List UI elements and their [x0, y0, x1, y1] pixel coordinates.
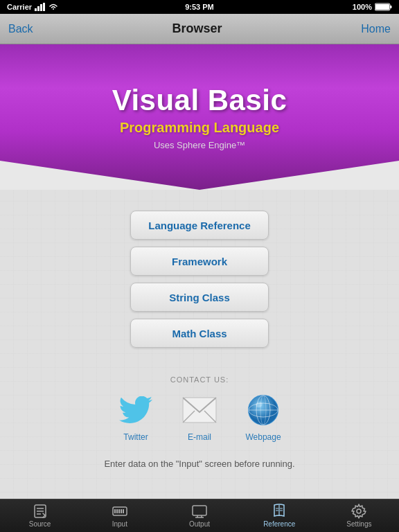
signal-icon	[35, 3, 46, 11]
tab-settings[interactable]: Settings	[319, 501, 399, 531]
hero-subtitle: Programming Language	[120, 120, 279, 136]
hero-section: Visual Basic Programming Language Uses S…	[0, 44, 399, 190]
wifi-icon	[48, 3, 58, 10]
tab-output[interactable]: Output	[159, 501, 239, 531]
output-tab-label: Output	[189, 520, 210, 528]
home-button[interactable]: Home	[361, 23, 391, 35]
menu-buttons: Language Reference Framework String Clas…	[130, 211, 269, 355]
twitter-icon	[119, 396, 152, 424]
svg-rect-0	[35, 8, 37, 11]
input-tab-icon	[112, 504, 127, 519]
svg-rect-5	[390, 6, 392, 8]
string-class-button[interactable]: String Class	[130, 283, 269, 312]
svg-rect-23	[116, 509, 118, 513]
language-reference-button[interactable]: Language Reference	[130, 211, 269, 240]
svg-rect-26	[123, 509, 124, 513]
globe-icon	[247, 394, 279, 426]
info-text: Enter data on the "Input" screen before …	[90, 459, 308, 469]
webpage-contact[interactable]: Webpage	[245, 392, 281, 442]
output-tab-icon	[192, 504, 207, 519]
input-tab-label: Input	[112, 520, 127, 528]
svg-rect-27	[193, 506, 206, 515]
contact-section: CONTACT US: Twitter	[118, 375, 281, 442]
svg-rect-24	[118, 509, 120, 513]
settings-tab-icon	[351, 504, 366, 519]
nav-title: Browser	[172, 21, 222, 36]
carrier-label: Carrier	[7, 3, 32, 11]
math-class-button[interactable]: Math Class	[130, 319, 269, 348]
webpage-label: Webpage	[245, 432, 281, 442]
email-icon-wrap	[181, 392, 218, 428]
status-bar: Carrier 9:53 PM 100%	[0, 0, 399, 14]
status-right: 100%	[353, 3, 392, 11]
svg-rect-3	[43, 3, 45, 11]
svg-rect-1	[37, 6, 39, 11]
twitter-contact[interactable]: Twitter	[118, 392, 154, 442]
source-tab-icon	[33, 504, 48, 519]
webpage-icon-wrap	[245, 392, 281, 428]
tab-source[interactable]: Source	[0, 501, 80, 531]
email-contact[interactable]: E-mail	[181, 392, 218, 442]
settings-tab-label: Settings	[346, 520, 371, 528]
tab-input[interactable]: Input	[80, 501, 159, 531]
contact-icons: Twitter E-mail	[118, 392, 281, 442]
contact-label: CONTACT US:	[170, 375, 229, 384]
svg-rect-22	[114, 509, 116, 513]
main-content: Language Reference Framework String Clas…	[0, 190, 399, 532]
back-button[interactable]: Back	[8, 23, 33, 35]
battery-icon	[375, 3, 392, 11]
reference-tab-icon	[272, 504, 287, 519]
twitter-icon-wrap	[118, 392, 154, 428]
status-time: 9:53 PM	[185, 3, 214, 11]
svg-rect-6	[375, 4, 389, 10]
svg-rect-25	[121, 509, 122, 513]
email-label: E-mail	[188, 432, 211, 442]
tab-bar: Source Input Output Refer	[0, 499, 399, 532]
reference-tab-label: Reference	[263, 520, 295, 528]
framework-button[interactable]: Framework	[130, 247, 269, 276]
status-left: Carrier	[7, 3, 58, 11]
email-icon	[182, 397, 217, 423]
svg-point-36	[357, 509, 361, 513]
battery-label: 100%	[353, 3, 372, 11]
hero-title: Visual Basic	[112, 84, 287, 117]
source-tab-label: Source	[29, 520, 51, 528]
nav-bar: Back Browser Home	[0, 14, 399, 44]
hero-engine: Uses Sphere Engine™	[154, 140, 245, 150]
twitter-label: Twitter	[123, 432, 148, 442]
svg-rect-2	[40, 4, 42, 11]
tab-reference[interactable]: Reference	[240, 501, 319, 531]
